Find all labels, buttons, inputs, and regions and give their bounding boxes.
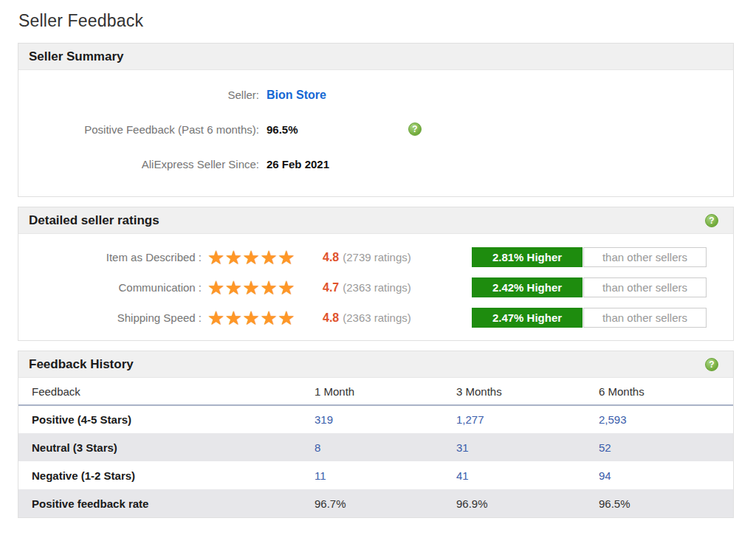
rating-score: 4.7 (323, 281, 339, 294)
seller-summary-body: Seller: Bion Store Positive Feedback (Pa… (18, 70, 733, 196)
comparison-badge: 2.42% Higher than other sellers (472, 277, 707, 297)
row-label: Negative (1-2 Stars) (18, 461, 315, 489)
page-title: Seller Feedback (18, 11, 756, 31)
rating-row-shipping-speed: Shipping Speed : ★★★★★ ★★★★★ 4.8 (2363 r… (18, 303, 707, 333)
help-icon[interactable]: ? (705, 214, 718, 227)
count-link[interactable]: 94 (599, 469, 611, 482)
star-rating-icon: ★★★★★ ★★★★★ (207, 277, 306, 298)
compare-box: than other sellers (583, 308, 707, 328)
feedback-history-title: Feedback History (29, 357, 134, 372)
count-link[interactable]: 52 (599, 441, 611, 454)
rating-score: 4.8 (323, 311, 339, 325)
seller-feedback-page: { "colors": { "accent_green": "#1e8c0e",… (0, 0, 756, 538)
table-row-negative: Negative (1-2 Stars) 11 41 94 (18, 461, 733, 489)
stars-filled-icon: ★★★★★ (207, 277, 300, 298)
stars-filled-icon: ★★★★★ (207, 308, 303, 328)
row-label: Neutral (3 Stars) (18, 433, 315, 461)
rating-label: Item as Described : (18, 251, 202, 263)
higher-badge: 2.47% Higher (472, 308, 583, 328)
seller-summary-title: Seller Summary (29, 49, 124, 64)
rating-row-item-as-described: Item as Described : ★★★★★ ★★★★★ 4.8 (273… (18, 242, 707, 272)
count-link[interactable]: 2,593 (599, 413, 627, 426)
count-link[interactable]: 31 (456, 441, 469, 454)
rating-label: Shipping Speed : (18, 311, 202, 324)
summary-row-seller-since: AliExpress Seller Since: 26 Feb 2021 (18, 147, 733, 182)
seller-store-link[interactable]: Bion Store (267, 89, 326, 102)
seller-summary-section: Seller Summary Seller: Bion Store Positi… (18, 43, 734, 197)
count-link[interactable]: 1,277 (456, 413, 484, 426)
compare-box: than other sellers (583, 247, 707, 267)
table-row-positive: Positive (4-5 Stars) 319 1,277 2,593 (18, 405, 733, 433)
positive-feedback-label: Positive Feedback (Past 6 months): (18, 123, 259, 136)
count-link[interactable]: 11 (315, 469, 326, 482)
table-row-positive-rate: Positive feedback rate 96.7% 96.9% 96.5% (18, 489, 733, 517)
seller-label: Seller: (18, 89, 259, 101)
seller-since-label: AliExpress Seller Since: (18, 158, 259, 170)
column-header-3-months: 3 Months (456, 378, 599, 405)
row-label: Positive (4-5 Stars) (18, 405, 315, 433)
detailed-ratings-title: Detailed seller ratings (29, 213, 159, 228)
help-icon[interactable]: ? (705, 358, 718, 371)
feedback-history-header: Feedback History ? (18, 351, 733, 378)
column-header-6-months: 6 Months (599, 378, 733, 405)
row-label: Positive feedback rate (18, 489, 315, 517)
rate-value: 96.9% (456, 497, 488, 510)
rate-value: 96.5% (599, 497, 630, 510)
rating-row-communication: Communication : ★★★★★ ★★★★★ 4.7 (2363 ra… (18, 272, 707, 303)
rating-label: Communication : (18, 281, 202, 294)
count-link[interactable]: 41 (456, 469, 469, 482)
rating-count: (2739 ratings) (343, 251, 411, 263)
seller-since-value: 26 Feb 2021 (267, 158, 329, 170)
count-link[interactable]: 8 (315, 441, 320, 454)
feedback-history-section: Feedback History ? Feedback 1 Month 3 Mo… (18, 351, 734, 518)
stars-filled-icon: ★★★★★ (207, 247, 303, 268)
summary-row-seller: Seller: Bion Store (18, 77, 733, 112)
table-row-neutral: Neutral (3 Stars) 8 31 52 (18, 433, 733, 461)
comparison-badge: 2.81% Higher than other sellers (472, 247, 707, 267)
comparison-badge: 2.47% Higher than other sellers (472, 308, 707, 328)
help-icon[interactable]: ? (408, 123, 422, 136)
positive-feedback-value: 96.5% (267, 123, 298, 136)
column-header-feedback: Feedback (18, 378, 315, 405)
detailed-ratings-body: Item as Described : ★★★★★ ★★★★★ 4.8 (273… (18, 234, 733, 340)
count-link[interactable]: 319 (315, 413, 333, 426)
star-rating-icon: ★★★★★ ★★★★★ (207, 308, 306, 328)
rating-count: (2363 ratings) (343, 281, 411, 294)
higher-badge: 2.42% Higher (472, 277, 583, 297)
column-header-1-month: 1 Month (315, 378, 456, 405)
table-header-row: Feedback 1 Month 3 Months 6 Months (18, 378, 733, 405)
detailed-ratings-header: Detailed seller ratings ? (18, 207, 733, 234)
star-rating-icon: ★★★★★ ★★★★★ (207, 247, 306, 268)
rating-count: (2363 ratings) (343, 311, 411, 324)
detailed-ratings-section: Detailed seller ratings ? Item as Descri… (18, 207, 734, 341)
higher-badge: 2.81% Higher (472, 247, 583, 267)
seller-summary-header: Seller Summary (18, 44, 733, 70)
rate-value: 96.7% (315, 497, 346, 510)
feedback-history-table: Feedback 1 Month 3 Months 6 Months Posit… (18, 378, 733, 517)
compare-box: than other sellers (583, 277, 707, 297)
rating-score: 4.8 (323, 251, 339, 264)
summary-row-positive-feedback: Positive Feedback (Past 6 months): 96.5%… (18, 112, 733, 147)
